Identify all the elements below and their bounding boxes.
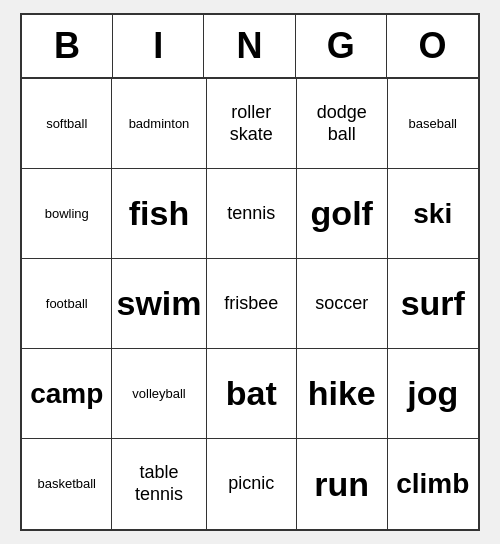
cell-text-2: rollerskate xyxy=(230,102,273,145)
bingo-letter-o: O xyxy=(387,15,478,77)
bingo-cell-2: rollerskate xyxy=(207,79,297,169)
bingo-cell-13: soccer xyxy=(297,259,387,349)
cell-text-0: softball xyxy=(46,116,87,132)
bingo-cell-0: softball xyxy=(22,79,112,169)
cell-text-15: camp xyxy=(30,377,103,411)
bingo-cell-3: dodgeball xyxy=(297,79,387,169)
bingo-cell-11: swim xyxy=(112,259,206,349)
cell-text-24: climb xyxy=(396,467,469,501)
cell-text-4: baseball xyxy=(409,116,457,132)
cell-text-9: ski xyxy=(413,197,452,231)
cell-text-13: soccer xyxy=(315,293,368,315)
cell-text-12: frisbee xyxy=(224,293,278,315)
bingo-cell-10: football xyxy=(22,259,112,349)
bingo-cell-23: run xyxy=(297,439,387,529)
bingo-cell-12: frisbee xyxy=(207,259,297,349)
bingo-cell-19: jog xyxy=(388,349,479,439)
cell-text-23: run xyxy=(314,464,369,505)
cell-text-6: fish xyxy=(129,193,189,234)
cell-text-1: badminton xyxy=(129,116,190,132)
bingo-cell-7: tennis xyxy=(207,169,297,259)
bingo-card: BINGO softballbadmintonrollerskatedodgeb… xyxy=(20,13,480,531)
bingo-cell-15: camp xyxy=(22,349,112,439)
cell-text-18: hike xyxy=(308,373,376,414)
cell-text-14: surf xyxy=(401,283,465,324)
cell-text-7: tennis xyxy=(227,203,275,225)
bingo-letter-b: B xyxy=(22,15,113,77)
cell-text-19: jog xyxy=(407,373,458,414)
bingo-cell-8: golf xyxy=(297,169,387,259)
cell-text-8: golf xyxy=(311,193,373,234)
bingo-cell-6: fish xyxy=(112,169,206,259)
cell-text-16: volleyball xyxy=(132,386,185,402)
bingo-cell-9: ski xyxy=(388,169,479,259)
cell-text-22: picnic xyxy=(228,473,274,495)
bingo-cell-5: bowling xyxy=(22,169,112,259)
bingo-cell-17: bat xyxy=(207,349,297,439)
bingo-cell-22: picnic xyxy=(207,439,297,529)
bingo-cell-21: tabletennis xyxy=(112,439,206,529)
cell-text-17: bat xyxy=(226,373,277,414)
cell-text-20: basketball xyxy=(37,476,96,492)
bingo-header: BINGO xyxy=(22,15,478,79)
bingo-grid: softballbadmintonrollerskatedodgeballbas… xyxy=(22,79,478,529)
bingo-cell-16: volleyball xyxy=(112,349,206,439)
bingo-letter-i: I xyxy=(113,15,204,77)
bingo-letter-g: G xyxy=(296,15,387,77)
bingo-cell-14: surf xyxy=(388,259,479,349)
cell-text-5: bowling xyxy=(45,206,89,222)
bingo-letter-n: N xyxy=(204,15,295,77)
bingo-cell-18: hike xyxy=(297,349,387,439)
bingo-cell-4: baseball xyxy=(388,79,479,169)
cell-text-11: swim xyxy=(116,283,201,324)
bingo-cell-1: badminton xyxy=(112,79,206,169)
bingo-cell-20: basketball xyxy=(22,439,112,529)
cell-text-3: dodgeball xyxy=(317,102,367,145)
cell-text-21: tabletennis xyxy=(135,462,183,505)
bingo-cell-24: climb xyxy=(388,439,479,529)
cell-text-10: football xyxy=(46,296,88,312)
